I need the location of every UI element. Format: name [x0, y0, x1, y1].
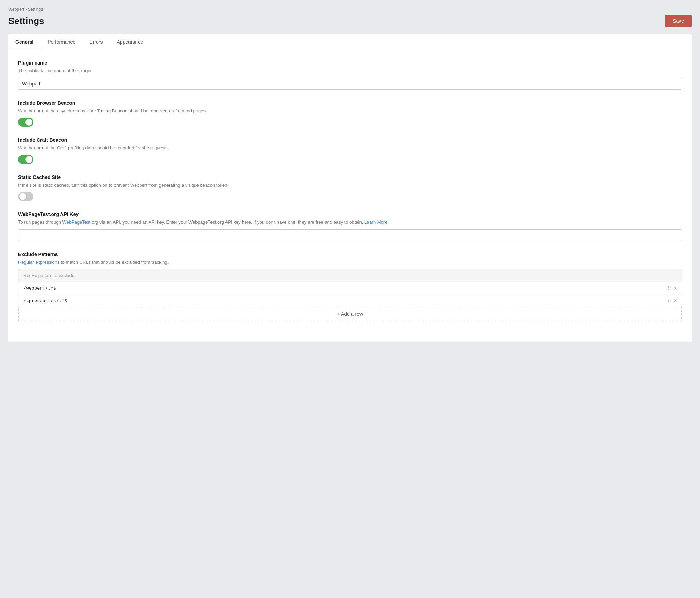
tab-performance[interactable]: Performance [40, 34, 82, 50]
browser-beacon-label: Include Browser Beacon [18, 100, 682, 106]
webpagetest-link[interactable]: WebPageTest.org [62, 219, 98, 225]
webpagetest-api-description: To run pages through WebPageTest.org via… [18, 219, 682, 226]
craft-beacon-description: Whether or not the Craft profiling data … [18, 144, 682, 151]
plugin-name-description: The public-facing name of the plugin [18, 67, 682, 74]
row-actions-2: ⠿ ✕ [668, 298, 682, 303]
pattern-value-2: /cpresources/.*$ [18, 294, 668, 307]
static-cached-description: If the site is static cached, turn this … [18, 182, 682, 189]
remove-row-icon[interactable]: ✕ [673, 286, 677, 291]
tab-errors[interactable]: Errors [82, 34, 110, 50]
table-row: /webperf/.*$ ⠿ ✕ [18, 282, 682, 294]
page-title: Settings [8, 16, 44, 27]
exclude-patterns-label: Exclude Patterns [18, 252, 682, 257]
tab-appearance[interactable]: Appearance [110, 34, 150, 50]
static-cached-group: Static Cached Site If the site is static… [18, 174, 682, 201]
tab-general[interactable]: General [8, 34, 40, 50]
breadcrumb: Webperf › Settings › [8, 7, 692, 12]
learn-more-link[interactable]: Learn More [364, 219, 387, 225]
remove-row-icon[interactable]: ✕ [673, 298, 677, 303]
browser-beacon-group: Include Browser Beacon Whether or not th… [18, 100, 682, 127]
plugin-name-label: Plugin name [18, 60, 682, 66]
drag-handle-icon[interactable]: ⠿ [668, 286, 671, 291]
webpagetest-api-label: WebPageTest.org API Key [18, 211, 682, 217]
plugin-name-group: Plugin name The public-facing name of th… [18, 60, 682, 90]
tabs-bar: General Performance Errors Appearance [8, 34, 692, 50]
exclude-patterns-table: RegEx pattern to exclude /webperf/.*$ ⠿ … [18, 269, 682, 307]
craft-beacon-toggle[interactable] [18, 155, 33, 164]
add-row-button[interactable]: + Add a row [18, 307, 682, 321]
craft-beacon-group: Include Craft Beacon Whether or not the … [18, 137, 682, 164]
settings-content: Plugin name The public-facing name of th… [8, 50, 692, 342]
content-area: General Performance Errors Appearance Pl… [8, 34, 692, 342]
plugin-name-input[interactable] [18, 78, 682, 90]
browser-beacon-description: Whether or not the asynchronous User Tim… [18, 107, 682, 114]
craft-beacon-label: Include Craft Beacon [18, 137, 682, 143]
save-button[interactable]: Save [665, 15, 692, 27]
pattern-value-1: /webperf/.*$ [18, 282, 668, 294]
webpagetest-api-group: WebPageTest.org API Key To run pages thr… [18, 211, 682, 241]
exclude-patterns-group: Exclude Patterns Regular expressions to … [18, 252, 682, 322]
webpagetest-api-input[interactable] [18, 229, 682, 241]
table-row: /cpresources/.*$ ⠿ ✕ [18, 294, 682, 307]
static-cached-toggle[interactable] [18, 192, 33, 201]
exclude-patterns-description: Regular expressions to match URLs that s… [18, 259, 682, 266]
regex-link[interactable]: Regular expressions [18, 260, 60, 265]
row-actions-1: ⠿ ✕ [668, 286, 682, 291]
page-header: Settings Save [8, 15, 692, 27]
static-cached-label: Static Cached Site [18, 174, 682, 180]
drag-handle-icon[interactable]: ⠿ [668, 298, 671, 303]
browser-beacon-toggle[interactable] [18, 118, 33, 127]
exclude-patterns-header: RegEx pattern to exclude [18, 269, 682, 282]
